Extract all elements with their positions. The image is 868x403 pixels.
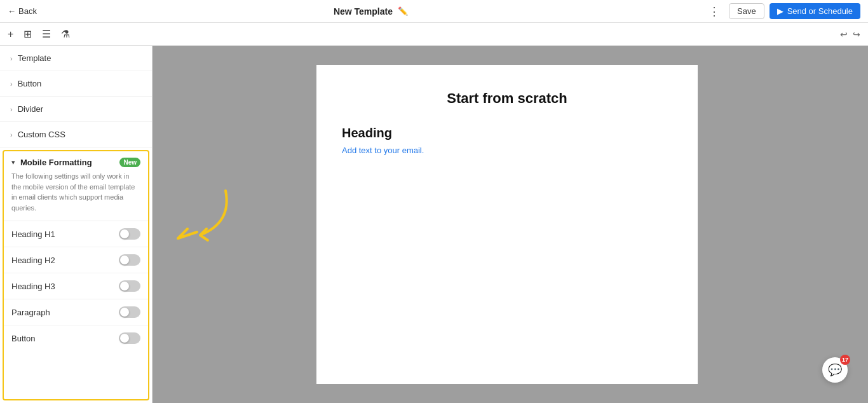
toggle-h3-label: Heading H3: [11, 282, 55, 291]
toolbar-right: ↩ ↪: [840, 29, 860, 39]
more-icon: ⋮: [709, 5, 720, 18]
toggle-h3-knob: [120, 282, 129, 290]
chevron-right-icon: ›: [10, 55, 13, 62]
undo-icon[interactable]: ↩: [840, 29, 848, 39]
header-left: ← Back: [8, 6, 37, 16]
top-header: ← Back New Template ✏️ ⋮ Save ▶ Send or …: [0, 0, 868, 23]
mobile-section-title-wrap: ▾ Mobile Formatting: [11, 158, 92, 167]
toggle-button-knob: [120, 334, 129, 343]
toggle-paragraph-switch[interactable]: [119, 306, 140, 318]
chat-icon: 💬: [828, 363, 842, 377]
back-arrow-icon: ←: [8, 6, 16, 16]
toggle-button-switch[interactable]: [119, 332, 140, 344]
chevron-right-icon: ›: [10, 80, 13, 88]
canvas-main-title: Start from scratch: [342, 90, 672, 107]
toggle-h2-knob: [120, 256, 129, 264]
chevron-right-icon: ›: [10, 106, 13, 113]
toggle-h2-switch[interactable]: [119, 254, 140, 266]
toggle-h1-knob: [120, 229, 129, 238]
toggle-button: Button: [4, 325, 148, 351]
toggle-h3-switch[interactable]: [119, 280, 140, 292]
sidebar-item-label: Custom CSS: [18, 130, 65, 139]
mobile-section-description: The following settings will only work in…: [4, 171, 148, 221]
mobile-formatting-section: ▾ Mobile Formatting New The following se…: [3, 150, 149, 400]
chevron-right-icon: ›: [10, 131, 13, 139]
header-right: ⋮ Save ▶ Send or Schedule: [705, 3, 860, 19]
chat-badge: 17: [840, 355, 850, 365]
main-layout: › Template › Button › Divider › Custom C…: [0, 46, 868, 403]
toggle-heading-h3: Heading H3: [4, 273, 148, 299]
new-badge: New: [119, 158, 140, 167]
sidebar-item-button[interactable]: › Button: [0, 71, 152, 97]
sidebar-item-template[interactable]: › Template: [0, 46, 152, 71]
toolbar-left: + ⊞ ☰ ⚗: [8, 28, 70, 40]
send-schedule-button[interactable]: ▶ Send or Schedule: [770, 3, 860, 19]
save-label: Save: [737, 6, 756, 16]
redo-icon[interactable]: ↪: [853, 29, 860, 39]
toggle-h2-label: Heading H2: [11, 256, 55, 265]
mobile-section-title: Mobile Formatting: [20, 158, 92, 167]
send-label: Send or Schedule: [787, 6, 853, 16]
toggle-heading-h1: Heading H1: [4, 221, 148, 247]
sidebar: › Template › Button › Divider › Custom C…: [0, 46, 153, 403]
right-panel: [862, 46, 868, 403]
canvas-heading[interactable]: Heading: [342, 126, 672, 140]
toggle-h1-label: Heading H1: [11, 229, 55, 239]
sidebar-item-label: Template: [18, 53, 51, 63]
toggle-paragraph: Paragraph: [4, 299, 148, 325]
add-icon[interactable]: +: [8, 29, 13, 40]
sidebar-item-label: Button: [18, 79, 42, 88]
back-label: Back: [18, 6, 37, 16]
email-canvas: Start from scratch Heading Add text to y…: [316, 65, 698, 384]
more-options-button[interactable]: ⋮: [705, 4, 724, 18]
mobile-section-header[interactable]: ▾ Mobile Formatting New: [4, 151, 148, 171]
editor-toolbar: + ⊞ ☰ ⚗ ↩ ↪: [0, 23, 868, 46]
canvas-area: Start from scratch Heading Add text to y…: [153, 46, 862, 403]
toggle-heading-h2: Heading H2: [4, 247, 148, 273]
chat-widget-button[interactable]: 💬 17: [822, 357, 848, 383]
edit-title-icon[interactable]: ✏️: [398, 6, 408, 16]
toggle-h1-switch[interactable]: [119, 228, 140, 240]
back-button[interactable]: ← Back: [8, 6, 37, 16]
sidebar-item-custom-css[interactable]: › Custom CSS: [0, 122, 152, 147]
canvas-subtext[interactable]: Add text to your email.: [342, 146, 672, 155]
send-icon: ▶: [777, 6, 783, 16]
template-title: New Template: [334, 6, 393, 17]
layers-icon[interactable]: ⊞: [24, 28, 32, 40]
header-center: New Template ✏️: [334, 6, 408, 17]
sidebar-item-divider[interactable]: › Divider: [0, 97, 152, 122]
user-icon[interactable]: ⚗: [61, 28, 70, 40]
filter-icon[interactable]: ☰: [42, 28, 51, 40]
save-button[interactable]: Save: [729, 3, 764, 19]
toggle-button-label: Button: [11, 334, 36, 343]
toggle-paragraph-knob: [120, 308, 129, 317]
sidebar-item-label: Divider: [18, 104, 43, 114]
mobile-chevron-icon: ▾: [11, 158, 15, 167]
toggle-paragraph-label: Paragraph: [11, 308, 50, 317]
